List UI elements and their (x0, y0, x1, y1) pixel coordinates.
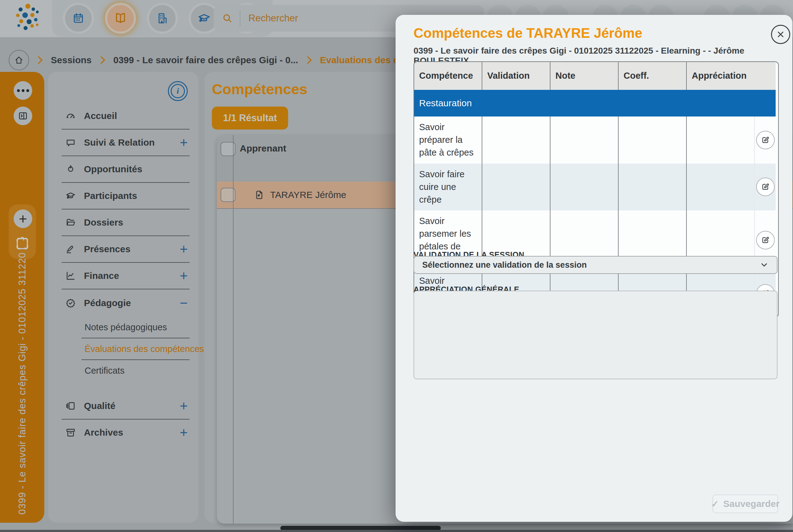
competence-cell: Savoir préparer la pâte à crêpes (414, 116, 482, 164)
modal-title: Compétences de TARAYRE Jérôme (413, 25, 642, 41)
coeff-cell (619, 164, 687, 211)
coeff-cell (619, 116, 687, 164)
note-cell (550, 164, 619, 211)
appreciation-textarea[interactable] (413, 291, 777, 379)
edit-icon[interactable] (756, 131, 775, 149)
column-header: Compétence (414, 62, 482, 90)
edit-icon[interactable] (756, 231, 775, 249)
select-placeholder: Sélectionnez une validation de la sessio… (422, 260, 587, 270)
edit-icon[interactable] (756, 177, 775, 196)
close-icon[interactable] (771, 25, 790, 44)
appreciation-cell (687, 116, 755, 164)
column-header: Appréciation (687, 62, 755, 90)
validation-cell (482, 164, 550, 211)
competences-table: Compétence Validation Note Coeff. Appréc… (413, 61, 779, 318)
check-icon: ✓ (711, 498, 719, 509)
column-header: Coeff. (619, 62, 687, 90)
validation-cell (482, 116, 550, 164)
app-screen: Sessions 0399 - Le savoir faire des crêp… (0, 0, 793, 532)
note-cell (550, 116, 619, 164)
appreciation-cell (687, 164, 755, 211)
category-row: Restauration (414, 90, 776, 116)
competence-cell: Savoir faire cuire une crêpe (414, 164, 482, 211)
column-header: Validation (482, 62, 550, 90)
column-header: Note (550, 62, 619, 90)
save-button[interactable]: ✓ Sauvegarder (713, 495, 778, 513)
actions-cell (755, 116, 776, 164)
actions-cell (755, 164, 776, 211)
validation-session-select[interactable]: Sélectionnez une validation de la sessio… (413, 256, 777, 274)
competences-modal: Compétences de TARAYRE Jérôme 0399 - Le … (395, 15, 792, 522)
window-bottom-edge (0, 530, 793, 532)
column-header-actions (755, 62, 776, 90)
chevron-down-icon (759, 260, 769, 270)
